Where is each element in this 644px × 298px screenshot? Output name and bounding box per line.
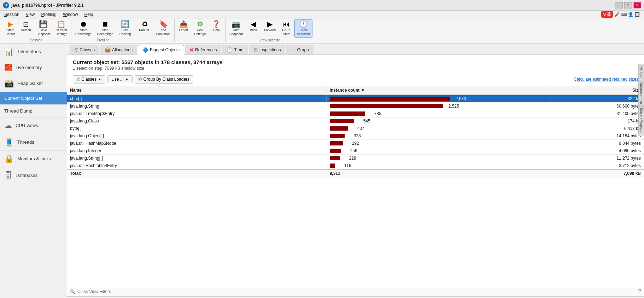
minimize-button[interactable]: ─	[615, 2, 623, 8]
menu-session[interactable]: Session	[1, 11, 22, 18]
filter-help-icon[interactable]: ?	[638, 288, 641, 295]
sidebar-item-heap-walker[interactable]: 📸 Heap walker	[0, 75, 67, 92]
cell-name: java.util.Hashtable$Entry	[67, 162, 327, 170]
start-recordings-button[interactable]: ⏺ StartRecordings	[73, 19, 94, 38]
forward-button[interactable]: ▶ Forward	[262, 19, 278, 38]
use-dropdown-button[interactable]: Use ... ▼	[107, 75, 133, 83]
biggest-objects-tab-label: Biggest Objects	[150, 47, 180, 52]
group-by-classloaders-button[interactable]: © Group By Class Loaders	[135, 75, 193, 84]
cell-name: byte[ ]	[67, 125, 327, 132]
table-row[interactable]: java.lang.Integer 256 4,096 bytes	[67, 147, 644, 154]
calculate-retained-sizes-link[interactable]: Calculate estimated retained sizes	[574, 77, 638, 82]
help-button[interactable]: ❓ Help	[209, 19, 224, 38]
sidebar-label-thread-dump: Thread Dump	[4, 108, 32, 114]
col-header-instance-count[interactable]: Instance count ▼	[327, 86, 546, 95]
table-row[interactable]: java.util.HashMap$Node 292 9,344 bytes	[67, 139, 644, 147]
take-snapshot-button[interactable]: 📷 TakeSnapshot	[227, 19, 245, 38]
menu-view[interactable]: View	[23, 11, 38, 18]
sidebar-item-cpu-views[interactable]: ☁ CPU views	[0, 118, 67, 134]
save-snapshot-button[interactable]: 💾 SaveSnapshot	[34, 19, 53, 38]
session-settings-icon: 📋	[57, 21, 66, 28]
biggest-objects-tab-icon: 🔷	[142, 47, 148, 53]
cell-size: 6,412 kB	[546, 125, 644, 132]
menu-profiling[interactable]: Profiling	[39, 11, 59, 18]
back-icon: ◀	[251, 21, 256, 28]
go-to-start-icon: ⏮	[283, 21, 290, 28]
cell-size: 11,272 bytes	[546, 154, 644, 162]
view-settings-button[interactable]: ⚙ ViewSettings	[192, 19, 208, 38]
show-selection-label: ShowSelection	[297, 28, 310, 36]
cell-name: java.lang.String[ ]	[67, 154, 327, 162]
tab-allocations[interactable]: 📦 Allocations	[100, 45, 137, 55]
menu-help[interactable]: Help	[82, 11, 96, 18]
col-header-size[interactable]: Size	[546, 86, 644, 95]
add-bookmark-button[interactable]: 🔖 AddBookmark	[154, 19, 173, 38]
inspections-tab-label: Inspections	[259, 47, 281, 52]
table-row[interactable]: char[ ] 2,680 322 kB	[67, 95, 644, 103]
view-specific-group-label: View specific	[227, 38, 312, 42]
restore-button[interactable]: □	[624, 2, 632, 8]
close-button[interactable]: ✕	[633, 2, 641, 8]
start-center-button[interactable]: ▶ StartCenter	[3, 19, 18, 38]
stop-recordings-icon: ⏹	[101, 21, 109, 28]
sidebar-item-threads[interactable]: 🧵 Threads	[0, 134, 67, 151]
cell-count: 545	[327, 117, 546, 125]
start-recordings-label: StartRecordings	[75, 28, 92, 36]
save-snapshot-icon: 💾	[39, 21, 48, 28]
app-icon: J	[3, 2, 9, 8]
cell-count: 228	[327, 154, 546, 162]
sidebar-item-databases[interactable]: 🗄 Databases	[0, 167, 67, 184]
tab-classes[interactable]: © Classes	[70, 45, 99, 55]
filter-input[interactable]	[77, 289, 636, 294]
table-row[interactable]: java.lang.Object[ ] 328 14,184 bytes	[67, 132, 644, 139]
table-row[interactable]: java.util.TreeMap$Entry 785 31,400 bytes	[67, 110, 644, 117]
objects-table: Name Instance count ▼ Size char[ ] 2,680…	[67, 86, 644, 177]
detach-button[interactable]: ⊡ Detach	[18, 19, 34, 38]
sidebar-item-thread-dump[interactable]: Thread Dump	[0, 105, 67, 118]
stop-recordings-button[interactable]: ⏹ StopRecordings	[95, 19, 116, 38]
session-settings-button[interactable]: 📋 SessionSettings	[53, 19, 70, 38]
save-snapshot-label: SaveSnapshot	[37, 28, 50, 36]
time-tab-label: Time	[234, 47, 243, 52]
sidebar-item-monitors-locks[interactable]: 🔒 Monitors & locks	[0, 151, 67, 167]
forward-label: Forward	[264, 28, 276, 32]
right-panel-m[interactable]: m	[638, 99, 644, 105]
run-gc-icon: ♻	[142, 21, 148, 28]
profiling-buttons: ⏺ StartRecordings ⏹ StopRecordings 🔄 Sta…	[73, 19, 133, 38]
toolbar-group-profiling: ⏺ StartRecordings ⏹ StopRecordings 🔄 Sta…	[71, 19, 135, 42]
run-gc-label: Run GC	[139, 28, 151, 32]
export-button[interactable]: 📤 Export	[176, 19, 191, 38]
show-selection-button[interactable]: 🕐 ShowSelection	[294, 19, 312, 38]
detach-label: Detach	[21, 28, 31, 32]
run-gc-button[interactable]: ♻ Run GC	[136, 19, 153, 38]
table-row[interactable]: java.lang.String[ ] 228 11,272 bytes	[67, 154, 644, 162]
tab-graph[interactable]: ↔ Graph	[286, 45, 313, 55]
right-panel-maven[interactable]: Maven Projects	[638, 106, 644, 134]
menu-window[interactable]: Window	[60, 11, 81, 18]
tab-time[interactable]: 🕐 Time	[222, 45, 248, 55]
tab-inspections[interactable]: ⚙ Inspections	[249, 45, 286, 55]
table-row[interactable]: java.lang.String 2,525 60,600 bytes	[67, 102, 644, 110]
classes-dropdown-button[interactable]: © Classes ▼	[73, 75, 105, 84]
table-row[interactable]: java.util.Hashtable$Entry 116 3,712 byte…	[67, 162, 644, 170]
tab-references[interactable]: ✖ References	[185, 45, 221, 55]
sidebar-item-telemetries[interactable]: 📊 Telemetries	[0, 44, 67, 60]
right-panel-database[interactable]: Database	[638, 80, 644, 98]
count-bar	[330, 134, 345, 138]
cell-size: 322 kB	[546, 95, 644, 103]
count-bar	[330, 156, 340, 160]
start-tracking-button[interactable]: 🔄 StartTracking	[116, 19, 133, 38]
sidebar-item-current-object-set[interactable]: Current Object Set	[0, 92, 67, 105]
go-to-start-button[interactable]: ⏮ Go ToStart	[279, 19, 294, 38]
col-header-name[interactable]: Name	[67, 86, 327, 95]
tab-biggest-objects[interactable]: 🔷 Biggest Objects	[138, 45, 184, 55]
back-button[interactable]: ◀ Back	[246, 19, 261, 38]
table-row[interactable]: java.lang.Class 545 174 kB	[67, 117, 644, 125]
classes-tab-icon: ©	[75, 47, 78, 53]
right-panel-art-bui[interactable]: Art bui	[638, 65, 644, 79]
sidebar-item-live-memory[interactable]: 🧱 Live memory	[0, 60, 67, 75]
count-bar	[330, 164, 335, 168]
cell-name: char[ ]	[67, 95, 327, 103]
table-row[interactable]: byte[ ] 407 6,412 kB	[67, 125, 644, 132]
cell-count: 2,680	[327, 95, 546, 103]
